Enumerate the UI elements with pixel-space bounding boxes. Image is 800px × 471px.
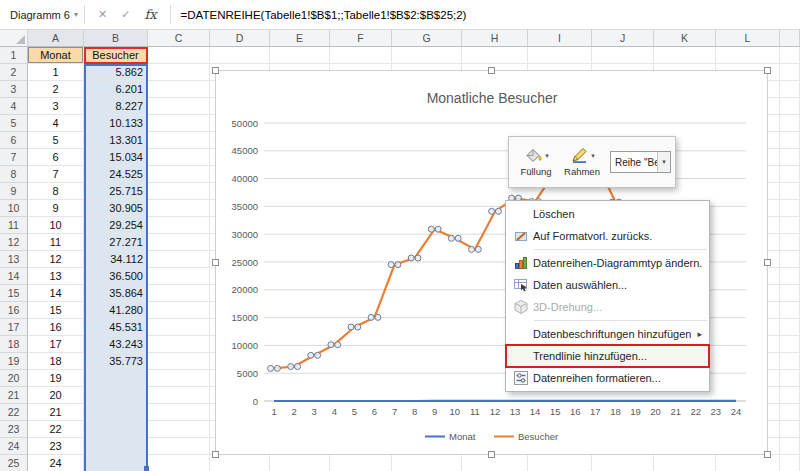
legend-label[interactable]: Monat [449, 431, 476, 442]
cell-B23[interactable] [84, 421, 148, 438]
cell[interactable] [654, 47, 716, 64]
cell[interactable] [780, 115, 800, 132]
cell-B6[interactable]: 13.301 [84, 132, 148, 149]
cell[interactable] [528, 47, 592, 64]
cell-B14[interactable]: 36.500 [84, 268, 148, 285]
cell[interactable] [780, 200, 800, 217]
cell-B1[interactable]: Besucher [84, 47, 148, 64]
cell-A5[interactable]: 4 [28, 115, 84, 132]
cell[interactable] [780, 98, 800, 115]
cell-B12[interactable]: 27.271 [84, 234, 148, 251]
cell[interactable] [780, 149, 800, 166]
cell[interactable] [270, 47, 330, 64]
cell-A11[interactable]: 10 [28, 217, 84, 234]
cell[interactable] [148, 302, 210, 319]
cell-B3[interactable]: 6.201 [84, 81, 148, 98]
cell[interactable] [528, 455, 592, 471]
data-point-selection-handle[interactable] [388, 262, 394, 268]
chart-resize-handle[interactable] [488, 451, 495, 458]
border-button[interactable]: ▾ Rahmen [559, 140, 605, 184]
cell-B15[interactable]: 35.864 [84, 285, 148, 302]
cell-A4[interactable]: 3 [28, 98, 84, 115]
data-point-selection-handle[interactable] [348, 324, 354, 330]
column-header-E[interactable]: E [270, 30, 330, 47]
row-header-23[interactable]: 23 [0, 421, 28, 438]
menu-item-change-series-chart-type[interactable]: Datenreihen-Diagrammtyp ändern... [506, 252, 709, 274]
chart-resize-handle[interactable] [212, 259, 219, 266]
cell[interactable] [148, 319, 210, 336]
column-header-I[interactable]: I [528, 30, 592, 47]
column-header-H[interactable]: H [462, 30, 528, 47]
cell[interactable] [148, 149, 210, 166]
row-header-19[interactable]: 19 [0, 353, 28, 370]
row-header-2[interactable]: 2 [0, 64, 28, 81]
cell-A16[interactable]: 15 [28, 302, 84, 319]
cell[interactable] [148, 336, 210, 353]
cell[interactable] [462, 47, 528, 64]
data-point-selection-handle[interactable] [368, 314, 374, 320]
chart-resize-handle[interactable] [212, 67, 219, 74]
row-header-12[interactable]: 12 [0, 234, 28, 251]
row-header-14[interactable]: 14 [0, 268, 28, 285]
cell[interactable] [780, 370, 800, 387]
data-point-selection-handle[interactable] [448, 235, 454, 241]
row-header-5[interactable]: 5 [0, 115, 28, 132]
row-header-9[interactable]: 9 [0, 183, 28, 200]
cell-B7[interactable]: 15.034 [84, 149, 148, 166]
chart-element-dropdown[interactable]: Reihe "Besuch... ▾ [610, 151, 671, 173]
data-point-selection-handle[interactable] [455, 235, 461, 241]
cell-A6[interactable]: 5 [28, 132, 84, 149]
cell-A21[interactable]: 20 [28, 387, 84, 404]
menu-item-reset-to-match-style[interactable]: Auf Formatvorl. zurücks. [506, 225, 709, 247]
data-point-selection-handle[interactable] [315, 352, 321, 358]
row-header-3[interactable]: 3 [0, 81, 28, 98]
cell[interactable] [780, 285, 800, 302]
row-header-6[interactable]: 6 [0, 132, 28, 149]
row-header-11[interactable]: 11 [0, 217, 28, 234]
cell-B22[interactable] [84, 404, 148, 421]
data-point-selection-handle[interactable] [335, 342, 341, 348]
cell-B16[interactable]: 41.280 [84, 302, 148, 319]
cell[interactable] [148, 132, 210, 149]
cell[interactable] [780, 455, 800, 471]
row-header-15[interactable]: 15 [0, 285, 28, 302]
cell[interactable] [780, 234, 800, 251]
row-header-21[interactable]: 21 [0, 387, 28, 404]
cell-A25[interactable]: 24 [28, 455, 84, 471]
row-header-8[interactable]: 8 [0, 166, 28, 183]
cell[interactable] [148, 115, 210, 132]
cell-B17[interactable]: 45.531 [84, 319, 148, 336]
cell-B18[interactable]: 43.243 [84, 336, 148, 353]
cell-A9[interactable]: 8 [28, 183, 84, 200]
row-header-17[interactable]: 17 [0, 319, 28, 336]
chart-resize-handle[interactable] [212, 451, 219, 458]
cell-B8[interactable]: 24.525 [84, 166, 148, 183]
row-header-18[interactable]: 18 [0, 336, 28, 353]
cell[interactable] [148, 387, 210, 404]
cell[interactable] [780, 166, 800, 183]
menu-item-format-data-series[interactable]: Datenreihen formatieren... [506, 367, 709, 389]
cell[interactable] [462, 455, 528, 471]
row-header-20[interactable]: 20 [0, 370, 28, 387]
fill-button[interactable]: ▾ Füllung [513, 140, 559, 184]
legend-label[interactable]: Besucher [518, 431, 558, 442]
cell-A8[interactable]: 7 [28, 166, 84, 183]
cell-A20[interactable]: 19 [28, 370, 84, 387]
cell-A2[interactable]: 1 [28, 64, 84, 81]
cell-A24[interactable]: 23 [28, 438, 84, 455]
data-point-selection-handle[interactable] [395, 262, 401, 268]
cell-B2[interactable]: 5.862 [84, 64, 148, 81]
cell-A22[interactable]: 21 [28, 404, 84, 421]
cell[interactable] [148, 234, 210, 251]
data-point-selection-handle[interactable] [308, 352, 314, 358]
column-header-J[interactable]: J [592, 30, 654, 47]
data-point-selection-handle[interactable] [428, 226, 434, 232]
data-point-selection-handle[interactable] [475, 246, 481, 252]
cell[interactable] [592, 455, 654, 471]
cell[interactable] [780, 251, 800, 268]
cell-B24[interactable] [84, 438, 148, 455]
cell-B9[interactable]: 25.715 [84, 183, 148, 200]
name-box[interactable]: Diagramm 6 ▾ [0, 0, 84, 29]
cell-A15[interactable]: 14 [28, 285, 84, 302]
row-header-13[interactable]: 13 [0, 251, 28, 268]
